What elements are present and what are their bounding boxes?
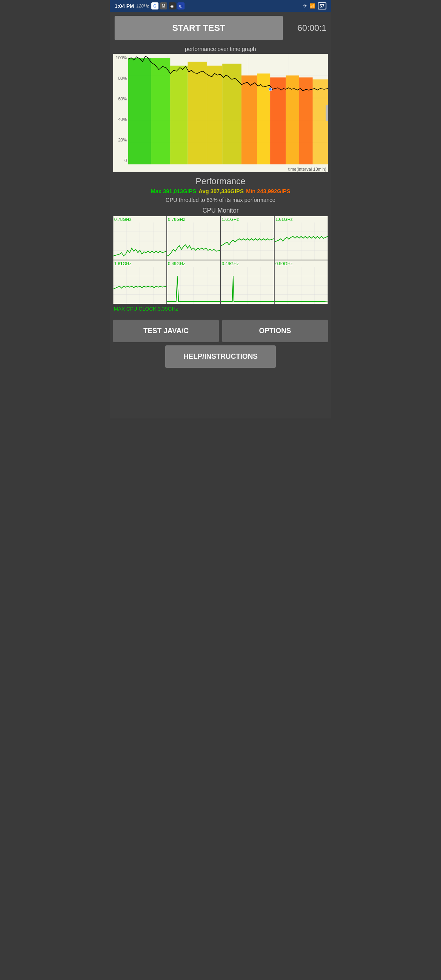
- status-bar: 1:04 PM 120Hz G M ◉ ⛨ ✈ 📶 57: [110, 0, 331, 12]
- y-label-80: 80%: [113, 76, 128, 81]
- footer-space: [110, 371, 331, 418]
- cpu-monitor-title: CPU Monitor: [113, 207, 328, 214]
- cpu-freq-2: 0.78GHz: [168, 217, 185, 222]
- y-label-100: 100%: [113, 55, 128, 60]
- svg-rect-12: [170, 66, 188, 164]
- test-java-c-button[interactable]: TEST JAVA/C: [113, 320, 219, 342]
- cpu-chart-2: [167, 222, 220, 260]
- cpu-freq-7: 0.49GHz: [222, 261, 239, 266]
- perf-avg: Avg 307,336GIPS: [199, 188, 244, 194]
- performance-graph: 100% 80% 60% 40% 20% 0: [113, 54, 328, 172]
- cpu-chart-4: [275, 222, 328, 260]
- cpu-monitor-section: CPU Monitor 0.78GHz: [110, 205, 331, 317]
- cpu-chart-8: [275, 267, 328, 304]
- cpu-freq-1: 0.78GHz: [114, 217, 131, 222]
- status-left: 1:04 PM 120Hz G M ◉ ⛨: [115, 2, 185, 9]
- cpu-cell-2: 0.78GHz: [167, 216, 220, 260]
- shield-icon: ⛨: [177, 2, 185, 9]
- cpu-cell-3: 1.61GHz: [221, 216, 274, 260]
- graph-svg: [128, 54, 328, 164]
- wifi-icon: 📶: [309, 3, 315, 9]
- status-time: 1:04 PM: [115, 3, 134, 9]
- svg-rect-14: [207, 66, 222, 164]
- btn-row-1: TEST JAVA/C OPTIONS: [113, 320, 328, 342]
- battery-indicator: 57: [318, 2, 326, 9]
- svg-rect-18: [270, 77, 286, 164]
- cpu-cell-6: 0.49GHz: [167, 260, 220, 304]
- cpu-cell-5: 1.61GHz: [113, 260, 166, 304]
- svg-rect-11: [151, 58, 170, 164]
- cpu-cell-4: 1.61GHz: [275, 216, 328, 260]
- cpu-chart-6: [167, 267, 220, 304]
- cpu-grid: 0.78GHz 0.78GHz: [113, 216, 328, 304]
- cpu-freq-4: 1.61GHz: [275, 217, 292, 222]
- cpu-cell-7: 0.49GHz: [221, 260, 274, 304]
- performance-title: Performance: [113, 176, 328, 187]
- svg-rect-15: [222, 64, 241, 164]
- cpu-chart-1: [113, 222, 166, 260]
- cpu-freq-3: 1.61GHz: [222, 217, 239, 222]
- svg-point-22: [269, 88, 272, 91]
- y-label-60: 60%: [113, 96, 128, 101]
- graph-y-labels: 100% 80% 60% 40% 20% 0: [113, 54, 128, 164]
- svg-rect-21: [313, 79, 328, 164]
- status-hz: 120Hz: [136, 4, 149, 8]
- cpu-cell-8: 0.90GHz: [275, 260, 328, 304]
- bottom-buttons: TEST JAVA/C OPTIONS HELP/INSTRUCTIONS: [110, 317, 331, 371]
- graph-canvas: [128, 54, 328, 164]
- cpu-freq-5: 1.61GHz: [114, 261, 131, 266]
- graph-x-label: time(interval 10min): [288, 167, 326, 172]
- perf-min: Min 243,992GIPS: [246, 188, 290, 194]
- y-label-40: 40%: [113, 117, 128, 122]
- help-instructions-button[interactable]: HELP/INSTRUCTIONS: [165, 345, 276, 368]
- svg-rect-16: [241, 75, 257, 164]
- airplane-icon: ✈: [303, 3, 307, 9]
- svg-rect-20: [299, 77, 313, 164]
- status-right: ✈ 📶 57: [303, 2, 326, 9]
- perf-max: Max 391,013GIPS: [151, 188, 196, 194]
- cpu-chart-7: [221, 267, 274, 304]
- status-icons: G M ◉ ⛨: [151, 2, 185, 9]
- max-cpu-clock: MAX CPU CLOCK:3.39GHz: [113, 304, 328, 314]
- svg-rect-10: [128, 58, 151, 164]
- y-label-0: 0: [113, 158, 128, 163]
- messages-icon: M: [160, 2, 167, 9]
- cpu-cell-1: 0.78GHz: [113, 216, 166, 260]
- btn-row-2: HELP/INSTRUCTIONS: [113, 345, 328, 368]
- performance-numbers: Max 391,013GIPS Avg 307,336GIPS Min 243,…: [113, 188, 328, 194]
- performance-stats: Performance Max 391,013GIPS Avg 307,336G…: [110, 172, 331, 205]
- perf-throttle: CPU throttled to 63% of its max performa…: [113, 197, 328, 203]
- eye-icon: ◉: [169, 2, 176, 9]
- top-controls: START TEST 60:00:1: [110, 12, 331, 44]
- y-label-20: 20%: [113, 138, 128, 142]
- svg-rect-13: [188, 62, 207, 164]
- cpu-chart-5: [113, 267, 166, 304]
- sidebar-handle[interactable]: [326, 105, 328, 121]
- timer-display: 60:00:1: [287, 23, 326, 33]
- start-test-button[interactable]: START TEST: [115, 16, 283, 40]
- cpu-chart-3: [221, 222, 274, 260]
- cpu-freq-6: 0.49GHz: [168, 261, 185, 266]
- google-icon: G: [151, 2, 158, 9]
- graph-section: performance over time graph 100% 80% 60%…: [110, 44, 331, 172]
- graph-title: performance over time graph: [113, 44, 328, 54]
- options-button[interactable]: OPTIONS: [222, 320, 328, 342]
- main-content: START TEST 60:00:1 performance over time…: [110, 12, 331, 418]
- cpu-freq-8: 0.90GHz: [275, 261, 292, 266]
